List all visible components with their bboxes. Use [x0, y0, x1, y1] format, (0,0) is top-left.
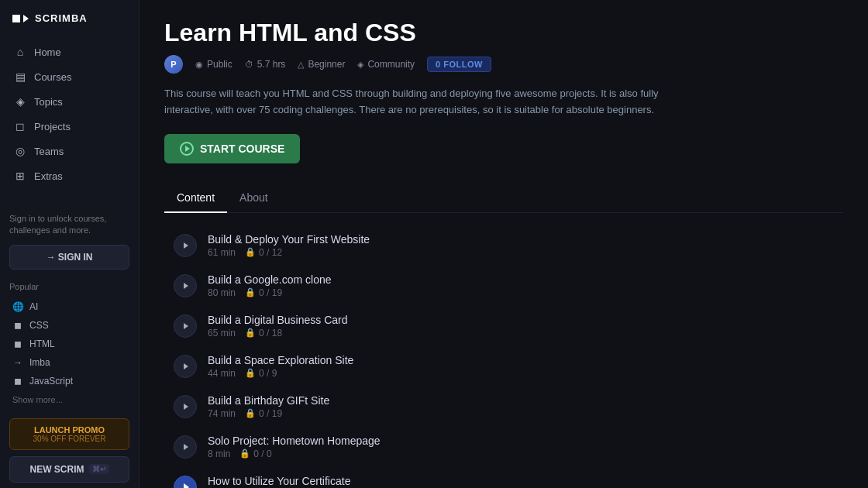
logo-text: SCRIMBA: [35, 12, 88, 24]
tab-content[interactable]: Content: [164, 185, 227, 213]
item-duration: 61 min: [208, 247, 236, 258]
sidebar-item-label: Projects: [34, 121, 71, 132]
list-item[interactable]: Build a Space Exploration Site 44 min 🔒 …: [164, 346, 843, 387]
follow-button[interactable]: 0 FOLLOW: [427, 57, 491, 72]
css-icon: ◼: [12, 320, 23, 331]
item-lessons: 🔒 0 / 0: [239, 448, 271, 459]
play-icon: [180, 142, 194, 156]
list-item[interactable]: Build & Deploy Your First Website 61 min…: [164, 225, 843, 266]
lessons-count: 0 / 18: [259, 328, 282, 339]
chevron-right-icon: [184, 242, 188, 249]
projects-icon: ◻: [14, 120, 26, 132]
item-details: Build a Digital Business Card 65 min 🔒 0…: [208, 314, 834, 339]
item-expand-icon[interactable]: [174, 274, 197, 297]
popular-item-label: HTML: [29, 339, 55, 349]
globe-icon: ◉: [195, 60, 203, 70]
chevron-right-icon: [184, 283, 188, 289]
new-scrim-button[interactable]: NEW SCRIM ⌘↵: [9, 456, 129, 483]
item-lessons: 🔒 0 / 12: [245, 247, 282, 258]
list-item[interactable]: Build a Birthday GIFt Site 74 min 🔒 0 / …: [164, 387, 843, 427]
home-icon: ⌂: [14, 46, 26, 58]
item-expand-icon[interactable]: [174, 234, 197, 257]
item-lessons: 🔒 0 / 19: [245, 287, 282, 298]
item-details: Build a Space Exploration Site 44 min 🔒 …: [208, 354, 834, 379]
item-meta: 65 min 🔒 0 / 18: [208, 328, 834, 339]
item-expand-icon[interactable]: [174, 355, 197, 378]
item-duration: 8 min: [208, 448, 230, 459]
item-duration: 74 min: [208, 408, 236, 419]
lock-icon: 🔒: [245, 247, 256, 257]
item-lessons: 🔒 0 / 18: [245, 328, 282, 339]
item-lessons: 🔒 0 / 9: [245, 368, 277, 379]
keyboard-hint: ⌘↵: [89, 464, 109, 474]
content-tabs: Content About: [164, 185, 843, 213]
popular-section: Popular 🌐 AI ◼ CSS ◼ HTML → Imba ◼ JavaS…: [0, 273, 139, 412]
show-more-link[interactable]: Show more...: [9, 390, 129, 409]
list-item[interactable]: Build a Google.com clone 80 min 🔒 0 / 19: [164, 266, 843, 306]
lessons-count: 0 / 0: [253, 448, 271, 459]
item-details: Solo Project: Hometown Homepage 8 min 🔒 …: [208, 435, 834, 459]
sidebar-item-projects[interactable]: ◻ Projects: [6, 114, 133, 139]
play-triangle: [185, 146, 190, 152]
sidebar-item-label: Extras: [34, 170, 63, 182]
item-details: Build & Deploy Your First Website 61 min…: [208, 233, 834, 258]
signin-section: Sign in to unlock courses, challenges an…: [0, 207, 139, 273]
popular-item-html[interactable]: ◼ HTML: [9, 335, 129, 353]
start-course-button[interactable]: START COURSE: [164, 134, 300, 163]
popular-item-css[interactable]: ◼ CSS: [9, 316, 129, 335]
item-play-icon[interactable]: [174, 476, 197, 488]
item-expand-icon[interactable]: [174, 395, 197, 418]
chevron-right-icon: [184, 444, 188, 450]
topics-icon: ◈: [14, 95, 26, 108]
promo-button[interactable]: LAUNCH PROMO 30% OFF FOREVER: [9, 418, 129, 450]
popular-item-label: Imba: [29, 357, 50, 368]
list-item[interactable]: How to Utilize Your Certificate 0:56 🔒: [164, 467, 843, 488]
community-label: Community: [367, 59, 415, 70]
sidebar-item-label: Home: [34, 46, 61, 58]
sidebar-item-courses[interactable]: ▤ Courses: [6, 64, 133, 89]
item-meta: 8 min 🔒 0 / 0: [208, 448, 834, 459]
logo[interactable]: SCRIMBA: [0, 12, 139, 40]
community-meta: ◈ Community: [357, 59, 415, 70]
list-item[interactable]: Solo Project: Hometown Homepage 8 min 🔒 …: [164, 427, 843, 467]
item-duration: 65 min: [208, 328, 236, 339]
item-name: Build a Digital Business Card: [208, 314, 834, 326]
popular-item-label: JavaScript: [29, 376, 73, 387]
start-course-label: START COURSE: [200, 143, 284, 155]
javascript-icon: ◼: [12, 376, 23, 387]
item-details: How to Utilize Your Certificate 0:56 🔒: [208, 475, 834, 488]
item-name: Build a Google.com clone: [208, 273, 834, 286]
lock-icon: 🔒: [245, 368, 256, 378]
sidebar-item-extras[interactable]: ⊞ Extras: [6, 163, 133, 188]
signin-button[interactable]: → SIGN IN: [9, 245, 129, 270]
chevron-right-icon: [184, 404, 188, 410]
item-expand-icon[interactable]: [174, 435, 197, 459]
item-expand-icon[interactable]: [174, 314, 197, 338]
sidebar-item-label: Courses: [34, 71, 71, 83]
play-button-icon: [184, 483, 189, 488]
lessons-count: 0 / 12: [259, 247, 282, 258]
course-list: Build & Deploy Your First Website 61 min…: [164, 225, 843, 488]
list-item[interactable]: Build a Digital Business Card 65 min 🔒 0…: [164, 306, 843, 346]
sidebar-item-label: Topics: [34, 96, 63, 108]
item-meta: 44 min 🔒 0 / 9: [208, 368, 834, 379]
tab-about[interactable]: About: [227, 185, 281, 213]
popular-heading: Popular: [9, 282, 129, 291]
popular-item-ai[interactable]: 🌐 AI: [9, 297, 129, 316]
logo-icon: [12, 15, 29, 22]
level-icon: △: [298, 60, 304, 70]
level-label: Beginner: [308, 59, 345, 70]
sidebar-item-topics[interactable]: ◈ Topics: [6, 89, 133, 114]
signin-prompt: Sign in to unlock courses, challenges an…: [9, 213, 129, 237]
lessons-count: 0 / 19: [259, 408, 282, 419]
duration-label: 5.7 hrs: [257, 59, 286, 70]
sidebar-item-home[interactable]: ⌂ Home: [6, 40, 133, 64]
ai-icon: 🌐: [12, 301, 23, 312]
popular-item-imba[interactable]: → Imba: [9, 353, 129, 372]
popular-item-label: AI: [29, 301, 38, 312]
popular-item-javascript[interactable]: ◼ JavaScript: [9, 372, 129, 390]
sidebar-item-teams[interactable]: ◎ Teams: [6, 139, 133, 163]
item-meta: 80 min 🔒 0 / 19: [208, 287, 834, 298]
item-name: Build & Deploy Your First Website: [208, 233, 834, 246]
visibility-meta: ◉ Public: [195, 59, 232, 70]
